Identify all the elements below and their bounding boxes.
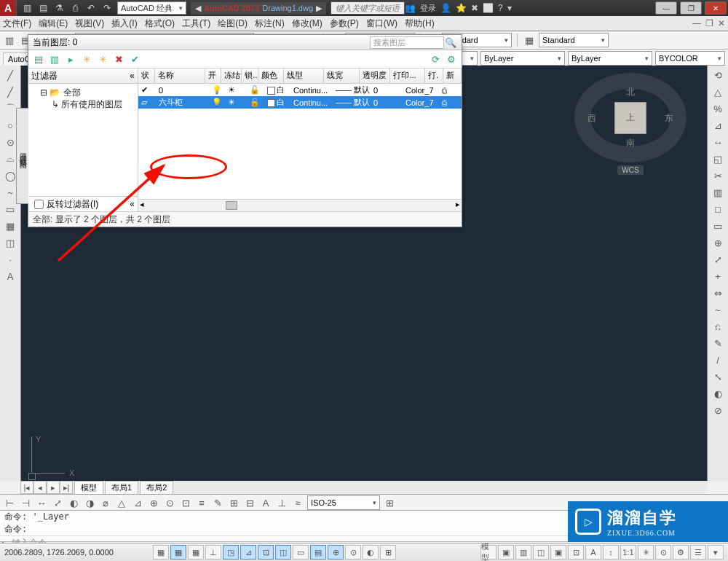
dim-style-dd[interactable]: ISO-25 — [307, 495, 380, 510]
viewcube-compass[interactable]: 上 北 南 东 西 — [574, 73, 687, 162]
menu-item[interactable]: 帮助(H) — [405, 17, 435, 30]
dim-tool-icon[interactable]: ⊣ — [19, 496, 32, 509]
modify-tool-icon[interactable]: ✎ — [711, 337, 724, 350]
draw-tool-icon[interactable]: A — [4, 270, 17, 283]
modify-tool-icon[interactable]: ◐ — [711, 387, 724, 400]
palette-title-tab[interactable]: 图层特性管理器 — [16, 108, 28, 204]
tree-root[interactable]: 全部 — [63, 87, 81, 98]
modify-tool-icon[interactable]: ⤡ — [711, 370, 724, 383]
layer-cell[interactable]: ▱ — [138, 98, 156, 107]
app-menu-button[interactable]: A — [0, 0, 17, 16]
layer-cell[interactable]: ☀ — [225, 98, 247, 107]
status-toggle[interactable]: ⊥ — [205, 545, 221, 560]
layer-grid-hscroll[interactable]: ◂ ▸ — [138, 199, 462, 211]
dim-tool-icon[interactable]: △ — [115, 496, 128, 509]
status-toggle[interactable]: ▤ — [310, 545, 326, 560]
modify-tool-icon[interactable]: ⇔ — [711, 286, 724, 299]
login-link[interactable]: 登录 — [420, 3, 436, 14]
dim-tool-icon[interactable]: ⊟ — [243, 496, 256, 509]
dim-update-icon[interactable]: ⊞ — [383, 496, 396, 509]
status-button[interactable]: ▣ — [498, 545, 514, 560]
status-toggle[interactable]: ▦ — [170, 545, 186, 560]
modify-tool-icon[interactable]: + — [711, 270, 724, 283]
modify-tool-icon[interactable]: ▭ — [711, 219, 724, 232]
qat-icon[interactable]: ▥ — [21, 2, 33, 14]
status-toggle[interactable]: ▭ — [293, 545, 309, 560]
layer-tool-icon[interactable]: ✳ — [97, 53, 108, 65]
draw-tool-icon[interactable]: ▭ — [4, 203, 17, 216]
mdi-button[interactable]: ❐ — [705, 18, 713, 28]
draw-tool-icon[interactable]: ○ — [4, 119, 17, 132]
search-icon[interactable]: 🔍 — [444, 36, 457, 49]
layer-tool-icon[interactable]: ✳ — [81, 53, 92, 65]
menu-item[interactable]: 文件(F) — [3, 17, 31, 30]
status-toggle[interactable]: ⊕ — [328, 545, 344, 560]
modify-tool-icon[interactable]: ▥ — [711, 186, 724, 199]
dim-tool-icon[interactable]: ⊢ — [3, 496, 16, 509]
modify-tool-icon[interactable]: ⤢ — [711, 253, 724, 266]
draw-tool-icon[interactable]: ▦ — [4, 219, 17, 232]
menu-item[interactable]: 格式(O) — [145, 17, 175, 30]
layer-cell[interactable]: 六斗柜 — [156, 97, 209, 108]
column-header[interactable]: 线型 — [284, 68, 324, 83]
infocenter-icon[interactable]: 👤 — [440, 3, 451, 13]
status-toggle[interactable]: ◳ — [223, 545, 239, 560]
layer-cell[interactable]: ☀ — [225, 85, 247, 95]
status-toggle[interactable]: ⊿ — [240, 545, 256, 560]
dim-tool-icon[interactable]: ⊕ — [147, 496, 160, 509]
modify-tool-icon[interactable]: / — [711, 353, 724, 366]
scroll-thumb[interactable] — [226, 201, 237, 210]
column-header[interactable]: 开 — [205, 68, 221, 83]
menu-item[interactable]: 视图(V) — [75, 17, 104, 30]
layer-cell[interactable]: ✔ — [138, 85, 156, 95]
dim-tool-icon[interactable]: ⊿ — [131, 496, 144, 509]
coordinates-display[interactable]: 2006.2809, 1726.2069, 0.0000 — [4, 548, 150, 557]
tab-nav-button[interactable]: |◂ — [20, 481, 33, 494]
status-toggle[interactable]: ⊞ — [380, 545, 396, 560]
dim-tool-icon[interactable]: ⌀ — [99, 496, 112, 509]
layer-cell[interactable]: 白 — [264, 97, 290, 108]
wcs-badge[interactable]: WCS — [617, 165, 643, 175]
modify-tool-icon[interactable]: ⊿ — [711, 119, 724, 132]
mdi-button[interactable]: ✕ — [718, 18, 725, 28]
infocenter-icon[interactable]: ⬜ — [483, 3, 494, 13]
column-header[interactable]: 状 — [138, 68, 155, 83]
layer-cell[interactable]: 0 — [371, 98, 403, 107]
tab-nav-button[interactable]: ▸ — [47, 481, 60, 494]
infocenter-icon[interactable]: ▾ — [507, 3, 512, 13]
menu-item[interactable]: 参数(P) — [330, 17, 359, 30]
user-icon[interactable]: 👥 — [405, 3, 416, 13]
draw-tool-icon[interactable]: ◫ — [4, 236, 17, 249]
invert-filter-checkbox[interactable] — [34, 200, 44, 209]
status-button[interactable]: ⊙ — [655, 545, 671, 560]
status-toggle[interactable]: ▦ — [153, 545, 169, 560]
menu-item[interactable]: 编辑(E) — [39, 17, 68, 30]
qat-icon[interactable]: ⎙ — [69, 2, 81, 14]
layer-tool-icon[interactable]: ⚙ — [446, 53, 457, 65]
lineweight-dropdown[interactable]: ByLayer — [568, 51, 652, 66]
column-header[interactable]: 打印... — [390, 68, 425, 83]
layer-cell[interactable]: ⎙ — [439, 86, 458, 95]
infocenter-search[interactable]: 键入关键字或短语 — [331, 1, 405, 15]
tablestyle-icon[interactable]: ▦ — [523, 34, 536, 47]
plotstyle-dropdown[interactable]: BYCOLOR — [655, 51, 725, 66]
draw-tool-icon[interactable]: ╱ — [4, 68, 17, 82]
modify-tool-icon[interactable]: □ — [711, 203, 724, 216]
column-header[interactable]: 线宽 — [324, 68, 360, 83]
draw-tool-icon[interactable]: ⌓ — [4, 152, 17, 165]
minimize-button[interactable]: — — [655, 1, 677, 15]
tree-all-used[interactable]: 所有使用的图层 — [61, 99, 122, 109]
layer-tool-icon[interactable]: ▸ — [65, 53, 76, 65]
layer-filter-tree[interactable]: ⊟ 📂 全部 ↳ 所有使用的图层 — [28, 84, 138, 196]
dim-tool-icon[interactable]: A — [259, 496, 272, 509]
layer-row[interactable]: ✔0💡☀🔓白Continu...—— 默认0Color_7⎙ — [138, 84, 462, 96]
layer-cell[interactable]: 🔓 — [247, 98, 264, 107]
layout-tab[interactable]: 布局1 — [105, 481, 138, 494]
layer-cell[interactable]: 0 — [156, 86, 209, 95]
status-button[interactable]: 1:1 — [620, 545, 636, 560]
layer-tool-icon[interactable]: ⟳ — [430, 53, 441, 65]
status-toggle[interactable]: ⊡ — [258, 545, 274, 560]
viewcube-face[interactable]: 上 — [614, 102, 646, 134]
draw-tool-icon[interactable]: · — [4, 253, 17, 266]
modify-tool-icon[interactable]: ⊘ — [711, 404, 724, 417]
